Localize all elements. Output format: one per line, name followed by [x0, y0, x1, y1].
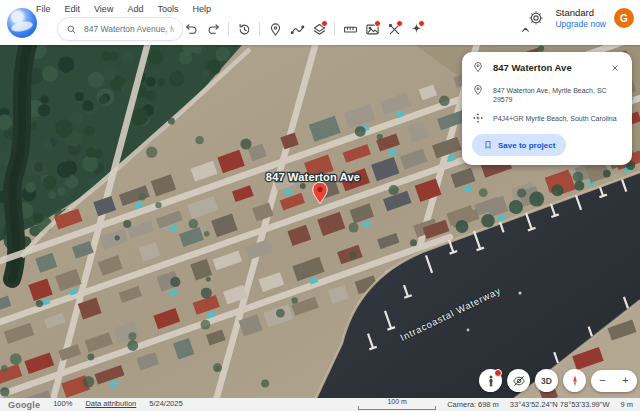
scale-bar: 100 m: [358, 398, 436, 410]
placemark-pin-icon: [268, 22, 283, 37]
redo-button[interactable]: [202, 18, 224, 40]
sparkle-icon: [409, 22, 424, 37]
gear-icon: [528, 10, 544, 26]
zoom-control: − +: [591, 370, 637, 392]
layers-button[interactable]: [308, 18, 330, 40]
draw-path-button[interactable]: [286, 18, 308, 40]
menu-tools[interactable]: Tools: [155, 3, 180, 15]
plus-code-row: P4J4+GR Myrtle Beach, South Carolina: [472, 112, 622, 124]
historical-imagery-button[interactable]: [233, 18, 255, 40]
location-pin-icon: [472, 84, 484, 96]
ruler-icon: [343, 22, 358, 37]
save-to-project-button[interactable]: Save to project: [472, 134, 566, 156]
street-view-pegman-button[interactable]: [479, 369, 502, 392]
plan-info: Standard Upgrade now: [555, 7, 606, 30]
data-attribution-link[interactable]: Data attribution: [85, 399, 136, 410]
plan-name: Standard: [555, 7, 606, 19]
pin-label: 847 Waterton Ave: [266, 171, 360, 183]
close-icon[interactable]: [608, 61, 622, 75]
zoom-in-button[interactable]: +: [622, 375, 628, 386]
place-card: 847 Waterton Ave 847 Waterton Ave, Myrtl…: [462, 52, 632, 165]
zoom-out-button[interactable]: −: [599, 375, 605, 386]
history-clock-icon: [237, 22, 252, 37]
menu-file[interactable]: File: [34, 3, 53, 15]
crossed-tools-icon: [387, 22, 402, 37]
menu-bar: File Edit View Add Tools Help: [34, 3, 213, 15]
location-pin-icon: [472, 61, 484, 73]
plus-code-icon: [472, 112, 484, 124]
app-header: File Edit View Add Tools Help: [0, 0, 640, 45]
map-controls: 3D − +: [479, 369, 637, 392]
search-bar: [57, 17, 183, 41]
search-icon: [66, 24, 77, 35]
image-icon: [365, 22, 380, 37]
search-input[interactable]: [82, 23, 176, 35]
cursor-coordinates: 33°43'52.24"N 78°53'33.99"W: [510, 400, 610, 411]
path-squiggle-icon: [290, 22, 305, 37]
menu-view[interactable]: View: [92, 3, 115, 15]
settings-button[interactable]: [525, 7, 547, 29]
tools-button[interactable]: [383, 18, 405, 40]
pegman-icon: [484, 374, 498, 388]
ground-elevation: 9 m: [620, 400, 633, 411]
menu-add[interactable]: Add: [125, 3, 145, 15]
compass-needle-icon: [568, 374, 582, 388]
eye-off-icon: [512, 374, 526, 388]
imagery-date: 5/24/2025: [149, 399, 182, 410]
map-viewport[interactable]: Intracoastal Waterway 847 Waterton Ave 8…: [0, 45, 640, 411]
redo-icon: [206, 22, 221, 37]
sparkle-button[interactable]: [405, 18, 427, 40]
address-text: 847 Waterton Ave, Myrtle Beach, SC 29579: [493, 84, 622, 104]
google-earth-logo: [7, 8, 37, 38]
google-earth-app: Intracoastal Waterway 847 Waterton Ave 8…: [0, 0, 640, 411]
undo-button[interactable]: [180, 18, 202, 40]
account-area: Standard Upgrade now G: [525, 7, 634, 30]
status-bar: Google 100% Data attribution 5/24/2025 1…: [0, 398, 640, 411]
layers-icon: [312, 22, 327, 37]
menu-edit[interactable]: Edit: [63, 3, 83, 15]
address-row: 847 Waterton Ave, Myrtle Beach, SC 29579: [472, 84, 622, 104]
3d-toggle-button[interactable]: 3D: [535, 369, 558, 392]
compass-button[interactable]: [563, 369, 586, 392]
camera-altitude: Camera: 698 m: [447, 400, 499, 411]
google-wordmark: Google: [8, 400, 40, 410]
plus-code-text: P4J4+GR Myrtle Beach, South Carolina: [493, 112, 622, 123]
menu-help[interactable]: Help: [190, 3, 213, 15]
account-avatar[interactable]: G: [614, 8, 634, 28]
photo-overlay-button[interactable]: [361, 18, 383, 40]
imagery-zoom-percent: 100%: [53, 399, 72, 410]
bookmark-icon: [483, 140, 493, 150]
measure-button[interactable]: [339, 18, 361, 40]
hide-clean-map-button[interactable]: [507, 369, 530, 392]
undo-icon: [184, 22, 199, 37]
toolbar: [180, 17, 427, 41]
upgrade-link[interactable]: Upgrade now: [555, 19, 606, 30]
place-card-title: 847 Waterton Ave: [493, 61, 599, 73]
add-placemark-button[interactable]: [264, 18, 286, 40]
